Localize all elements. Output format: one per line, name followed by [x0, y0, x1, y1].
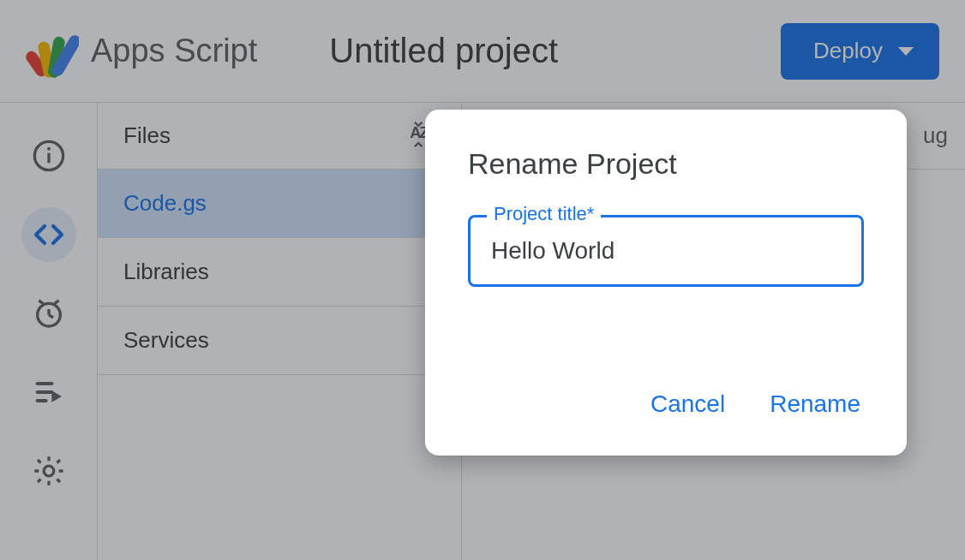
app-root: Apps Script Untitled project Deploy	[0, 0, 965, 560]
rename-project-dialog: Rename Project Project title* Cancel Ren…	[425, 110, 907, 456]
cancel-button[interactable]: Cancel	[647, 384, 728, 425]
dialog-actions: Cancel Rename	[468, 384, 864, 425]
dialog-title: Rename Project	[468, 147, 864, 181]
project-title-input[interactable]	[468, 215, 864, 287]
rename-button[interactable]: Rename	[766, 384, 864, 425]
project-title-field-label: Project title*	[487, 203, 601, 225]
project-title-field: Project title*	[468, 215, 864, 287]
